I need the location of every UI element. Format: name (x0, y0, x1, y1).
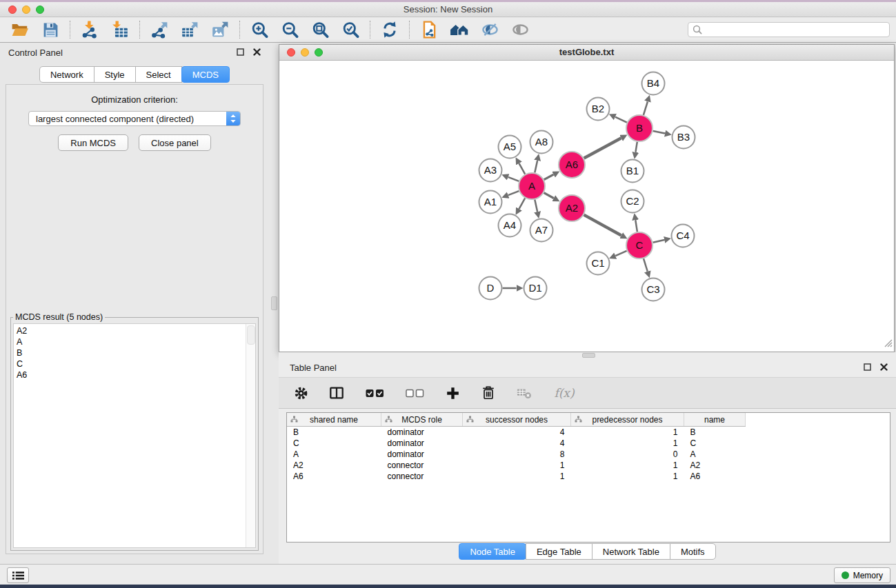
table-row[interactable]: A6connector11A6 (287, 471, 746, 482)
search-input[interactable] (705, 24, 885, 36)
run-mcds-button[interactable]: Run MCDS (58, 134, 128, 151)
mcds-result-item[interactable]: A2 (17, 325, 255, 336)
graph-node-C4[interactable]: C4 (672, 225, 695, 247)
window-resize-grip[interactable] (884, 338, 893, 350)
tab-style[interactable]: Style (94, 66, 136, 83)
close-panel-button[interactable]: Close panel (139, 134, 211, 151)
float-panel-icon[interactable] (864, 363, 871, 371)
float-panel-icon[interactable] (237, 48, 244, 56)
create-column-button[interactable] (443, 383, 462, 403)
network-window-titlebar[interactable]: testGlobe.txt (279, 45, 894, 61)
splitter-handle[interactable] (271, 296, 277, 310)
graph-node-A8[interactable]: A8 (530, 131, 553, 154)
search-field[interactable] (688, 22, 890, 37)
horizontal-splitter[interactable] (279, 352, 896, 358)
unselect-all-columns-button[interactable] (403, 383, 426, 403)
table-row[interactable]: Cdominator41C (287, 438, 746, 449)
graph-node-A6[interactable]: A6 (559, 152, 585, 178)
zoom-out-button[interactable] (279, 19, 301, 40)
export-image-button[interactable] (209, 19, 231, 40)
graph-node-C3[interactable]: C3 (642, 278, 665, 301)
dropdown-stepper-icon (226, 112, 240, 125)
select-all-columns-button[interactable] (363, 383, 386, 403)
graph-edge-C-C1 (615, 251, 626, 256)
graph-node-C[interactable]: C (626, 232, 653, 258)
svg-text:C1: C1 (591, 257, 604, 269)
delete-column-button[interactable] (479, 383, 498, 403)
column-header-mcds-role[interactable]: MCDS role (381, 413, 463, 427)
zoom-in-button[interactable] (248, 19, 270, 40)
graph-node-B[interactable]: B (626, 115, 653, 141)
graph-node-C2[interactable]: C2 (621, 190, 644, 213)
network-from-clipboard-button[interactable] (418, 19, 440, 40)
graph-node-C1[interactable]: C1 (587, 252, 610, 275)
graph-node-A1[interactable]: A1 (479, 191, 502, 214)
splitter-handle[interactable] (582, 353, 595, 358)
table-row[interactable]: Adominator80A (287, 449, 746, 460)
tab-network[interactable]: Network (39, 66, 94, 83)
mcds-result-item[interactable]: C (17, 358, 255, 369)
export-table-button[interactable] (179, 19, 201, 40)
delete-table-button[interactable] (515, 383, 534, 403)
graph-node-A2[interactable]: A2 (559, 195, 585, 221)
status-bar: Memory (0, 564, 896, 585)
graph-node-B2[interactable]: B2 (587, 98, 610, 121)
close-panel-icon[interactable] (253, 48, 261, 56)
column-header-shared-name[interactable]: shared name (287, 413, 381, 427)
graph-node-A3[interactable]: A3 (479, 159, 502, 182)
tab-network-table[interactable]: Network Table (592, 543, 670, 560)
graph-edge-B-B2 (615, 117, 627, 123)
export-network-button[interactable] (148, 19, 170, 40)
graph-node-A7[interactable]: A7 (530, 219, 553, 242)
graph-node-A5[interactable]: A5 (499, 136, 521, 159)
tab-node-table[interactable]: Node Table (459, 543, 526, 560)
memory-button[interactable]: Memory (834, 567, 890, 583)
table-row[interactable]: Bdominator41B (287, 427, 746, 438)
graph-edge-A-A4 (519, 198, 525, 209)
function-builder-button[interactable]: f(x) (550, 383, 578, 403)
show-graphics-details-button[interactable] (509, 19, 531, 40)
graph-node-A4[interactable]: A4 (499, 214, 521, 237)
toggle-column-view-button[interactable] (327, 383, 346, 403)
graph-node-A[interactable]: A (519, 173, 545, 199)
mcds-list-scrollbar[interactable] (246, 324, 255, 547)
scrollbar-thumb[interactable] (247, 325, 255, 345)
table-row[interactable]: A2connector11A2 (287, 460, 746, 471)
refresh-view-button[interactable] (379, 19, 401, 40)
import-table-button[interactable] (109, 19, 131, 40)
task-history-button[interactable] (7, 567, 29, 583)
import-network-button[interactable] (79, 19, 101, 40)
network-canvas[interactable]: AA1A2A3A4A5A6A7A8BB1B2B3B4CC1C2C3C4DD1 (279, 61, 894, 352)
column-header-name[interactable]: name (684, 413, 746, 427)
column-header-predecessor-nodes[interactable]: predecessor nodes (571, 413, 684, 427)
hide-details-button[interactable] (479, 19, 501, 40)
mcds-result-item[interactable]: A6 (17, 369, 255, 381)
home-button[interactable] (448, 19, 470, 40)
open-session-button[interactable] (9, 19, 31, 40)
tab-select[interactable]: Select (135, 66, 182, 83)
zoom-selected-button[interactable] (339, 19, 361, 40)
graph-node-B1[interactable]: B1 (621, 160, 644, 183)
save-session-button[interactable] (39, 19, 61, 40)
table-cell: 0 (571, 449, 684, 460)
svg-text:B2: B2 (592, 103, 604, 114)
table-settings-button[interactable] (291, 383, 310, 403)
network-view-window: testGlobe.txt AA1A2A3A4A5A6A7A8BB1B2B3B4… (279, 44, 895, 352)
mcds-result-item[interactable]: B (17, 347, 255, 358)
zoom-fit-button[interactable] (309, 19, 331, 40)
criterion-value: largest connected component (directed) (29, 114, 226, 124)
graph-node-D1[interactable]: D1 (524, 277, 547, 300)
mcds-result-list: A2ABCA6 (13, 323, 256, 548)
vertical-splitter[interactable] (269, 43, 279, 564)
graph-node-B4[interactable]: B4 (642, 72, 665, 95)
graph-node-B3[interactable]: B3 (673, 126, 695, 149)
criterion-dropdown[interactable]: largest connected component (directed) (28, 111, 241, 126)
tab-mcds[interactable]: MCDS (181, 66, 230, 83)
mcds-result-item[interactable]: A (17, 336, 255, 347)
tab-edge-table[interactable]: Edge Table (526, 543, 593, 560)
graph-node-D[interactable]: D (479, 277, 502, 300)
table-cell: connector (381, 471, 463, 482)
column-header-successor-nodes[interactable]: successor nodes (463, 413, 571, 427)
close-panel-icon[interactable] (880, 363, 888, 371)
tab-motifs[interactable]: Motifs (670, 543, 716, 560)
